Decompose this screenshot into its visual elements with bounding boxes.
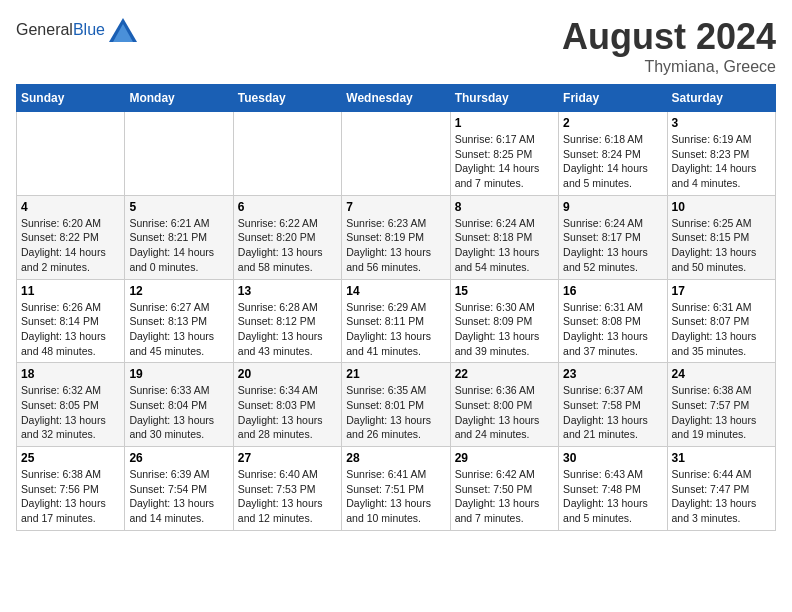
- day-number: 21: [346, 367, 445, 381]
- calendar-cell: 12Sunrise: 6:27 AM Sunset: 8:13 PM Dayli…: [125, 279, 233, 363]
- calendar-week-row: 11Sunrise: 6:26 AM Sunset: 8:14 PM Dayli…: [17, 279, 776, 363]
- calendar-cell: 20Sunrise: 6:34 AM Sunset: 8:03 PM Dayli…: [233, 363, 341, 447]
- day-info: Sunrise: 6:24 AM Sunset: 8:18 PM Dayligh…: [455, 216, 554, 275]
- day-info: Sunrise: 6:31 AM Sunset: 8:08 PM Dayligh…: [563, 300, 662, 359]
- logo-general: General: [16, 21, 73, 38]
- calendar-cell: 13Sunrise: 6:28 AM Sunset: 8:12 PM Dayli…: [233, 279, 341, 363]
- day-number: 18: [21, 367, 120, 381]
- calendar-week-row: 18Sunrise: 6:32 AM Sunset: 8:05 PM Dayli…: [17, 363, 776, 447]
- day-number: 24: [672, 367, 771, 381]
- day-number: 15: [455, 284, 554, 298]
- title-block: August 2024 Thymiana, Greece: [562, 16, 776, 76]
- day-number: 19: [129, 367, 228, 381]
- calendar-cell: 1Sunrise: 6:17 AM Sunset: 8:25 PM Daylig…: [450, 112, 558, 196]
- calendar-cell: 8Sunrise: 6:24 AM Sunset: 8:18 PM Daylig…: [450, 195, 558, 279]
- day-number: 22: [455, 367, 554, 381]
- calendar-cell: 25Sunrise: 6:38 AM Sunset: 7:56 PM Dayli…: [17, 447, 125, 531]
- day-number: 25: [21, 451, 120, 465]
- calendar-cell: [233, 112, 341, 196]
- day-number: 16: [563, 284, 662, 298]
- day-info: Sunrise: 6:38 AM Sunset: 7:56 PM Dayligh…: [21, 467, 120, 526]
- calendar-cell: 22Sunrise: 6:36 AM Sunset: 8:00 PM Dayli…: [450, 363, 558, 447]
- logo-icon: [107, 16, 139, 44]
- calendar-cell: 11Sunrise: 6:26 AM Sunset: 8:14 PM Dayli…: [17, 279, 125, 363]
- day-info: Sunrise: 6:27 AM Sunset: 8:13 PM Dayligh…: [129, 300, 228, 359]
- day-info: Sunrise: 6:22 AM Sunset: 8:20 PM Dayligh…: [238, 216, 337, 275]
- weekday-header: Friday: [559, 85, 667, 112]
- day-info: Sunrise: 6:44 AM Sunset: 7:47 PM Dayligh…: [672, 467, 771, 526]
- calendar-cell: 27Sunrise: 6:40 AM Sunset: 7:53 PM Dayli…: [233, 447, 341, 531]
- day-info: Sunrise: 6:35 AM Sunset: 8:01 PM Dayligh…: [346, 383, 445, 442]
- day-info: Sunrise: 6:39 AM Sunset: 7:54 PM Dayligh…: [129, 467, 228, 526]
- day-number: 1: [455, 116, 554, 130]
- calendar-cell: 28Sunrise: 6:41 AM Sunset: 7:51 PM Dayli…: [342, 447, 450, 531]
- calendar-cell: 30Sunrise: 6:43 AM Sunset: 7:48 PM Dayli…: [559, 447, 667, 531]
- day-number: 28: [346, 451, 445, 465]
- day-info: Sunrise: 6:41 AM Sunset: 7:51 PM Dayligh…: [346, 467, 445, 526]
- calendar-cell: 23Sunrise: 6:37 AM Sunset: 7:58 PM Dayli…: [559, 363, 667, 447]
- calendar-cell: 17Sunrise: 6:31 AM Sunset: 8:07 PM Dayli…: [667, 279, 775, 363]
- weekday-header: Tuesday: [233, 85, 341, 112]
- day-number: 9: [563, 200, 662, 214]
- day-number: 8: [455, 200, 554, 214]
- calendar-cell: [125, 112, 233, 196]
- day-number: 7: [346, 200, 445, 214]
- day-info: Sunrise: 6:28 AM Sunset: 8:12 PM Dayligh…: [238, 300, 337, 359]
- calendar-cell: 19Sunrise: 6:33 AM Sunset: 8:04 PM Dayli…: [125, 363, 233, 447]
- day-number: 31: [672, 451, 771, 465]
- calendar-cell: 3Sunrise: 6:19 AM Sunset: 8:23 PM Daylig…: [667, 112, 775, 196]
- day-number: 5: [129, 200, 228, 214]
- day-number: 10: [672, 200, 771, 214]
- day-number: 12: [129, 284, 228, 298]
- day-number: 6: [238, 200, 337, 214]
- calendar-cell: [342, 112, 450, 196]
- day-number: 20: [238, 367, 337, 381]
- calendar-cell: 2Sunrise: 6:18 AM Sunset: 8:24 PM Daylig…: [559, 112, 667, 196]
- day-number: 23: [563, 367, 662, 381]
- day-number: 13: [238, 284, 337, 298]
- calendar-cell: 26Sunrise: 6:39 AM Sunset: 7:54 PM Dayli…: [125, 447, 233, 531]
- month-year: August 2024: [562, 16, 776, 58]
- calendar-week-row: 25Sunrise: 6:38 AM Sunset: 7:56 PM Dayli…: [17, 447, 776, 531]
- weekday-header: Thursday: [450, 85, 558, 112]
- calendar-week-row: 1Sunrise: 6:17 AM Sunset: 8:25 PM Daylig…: [17, 112, 776, 196]
- day-info: Sunrise: 6:30 AM Sunset: 8:09 PM Dayligh…: [455, 300, 554, 359]
- day-info: Sunrise: 6:25 AM Sunset: 8:15 PM Dayligh…: [672, 216, 771, 275]
- calendar-header-row: SundayMondayTuesdayWednesdayThursdayFrid…: [17, 85, 776, 112]
- day-info: Sunrise: 6:33 AM Sunset: 8:04 PM Dayligh…: [129, 383, 228, 442]
- day-number: 17: [672, 284, 771, 298]
- day-number: 14: [346, 284, 445, 298]
- day-number: 30: [563, 451, 662, 465]
- day-number: 11: [21, 284, 120, 298]
- location: Thymiana, Greece: [562, 58, 776, 76]
- page-header: GeneralBlue August 2024 Thymiana, Greece: [16, 16, 776, 76]
- day-info: Sunrise: 6:29 AM Sunset: 8:11 PM Dayligh…: [346, 300, 445, 359]
- day-info: Sunrise: 6:17 AM Sunset: 8:25 PM Dayligh…: [455, 132, 554, 191]
- day-info: Sunrise: 6:20 AM Sunset: 8:22 PM Dayligh…: [21, 216, 120, 275]
- day-number: 4: [21, 200, 120, 214]
- day-number: 29: [455, 451, 554, 465]
- day-info: Sunrise: 6:24 AM Sunset: 8:17 PM Dayligh…: [563, 216, 662, 275]
- day-info: Sunrise: 6:37 AM Sunset: 7:58 PM Dayligh…: [563, 383, 662, 442]
- day-info: Sunrise: 6:40 AM Sunset: 7:53 PM Dayligh…: [238, 467, 337, 526]
- day-info: Sunrise: 6:21 AM Sunset: 8:21 PM Dayligh…: [129, 216, 228, 275]
- logo-blue: Blue: [73, 21, 105, 38]
- weekday-header: Monday: [125, 85, 233, 112]
- calendar-table: SundayMondayTuesdayWednesdayThursdayFrid…: [16, 84, 776, 531]
- calendar-cell: 31Sunrise: 6:44 AM Sunset: 7:47 PM Dayli…: [667, 447, 775, 531]
- day-info: Sunrise: 6:23 AM Sunset: 8:19 PM Dayligh…: [346, 216, 445, 275]
- day-info: Sunrise: 6:38 AM Sunset: 7:57 PM Dayligh…: [672, 383, 771, 442]
- day-info: Sunrise: 6:32 AM Sunset: 8:05 PM Dayligh…: [21, 383, 120, 442]
- calendar-cell: 24Sunrise: 6:38 AM Sunset: 7:57 PM Dayli…: [667, 363, 775, 447]
- calendar-cell: 15Sunrise: 6:30 AM Sunset: 8:09 PM Dayli…: [450, 279, 558, 363]
- day-info: Sunrise: 6:34 AM Sunset: 8:03 PM Dayligh…: [238, 383, 337, 442]
- logo-text: GeneralBlue: [16, 21, 105, 39]
- day-info: Sunrise: 6:18 AM Sunset: 8:24 PM Dayligh…: [563, 132, 662, 191]
- day-info: Sunrise: 6:26 AM Sunset: 8:14 PM Dayligh…: [21, 300, 120, 359]
- calendar-cell: 18Sunrise: 6:32 AM Sunset: 8:05 PM Dayli…: [17, 363, 125, 447]
- weekday-header: Saturday: [667, 85, 775, 112]
- day-info: Sunrise: 6:42 AM Sunset: 7:50 PM Dayligh…: [455, 467, 554, 526]
- calendar-cell: 14Sunrise: 6:29 AM Sunset: 8:11 PM Dayli…: [342, 279, 450, 363]
- calendar-cell: 9Sunrise: 6:24 AM Sunset: 8:17 PM Daylig…: [559, 195, 667, 279]
- calendar-cell: 6Sunrise: 6:22 AM Sunset: 8:20 PM Daylig…: [233, 195, 341, 279]
